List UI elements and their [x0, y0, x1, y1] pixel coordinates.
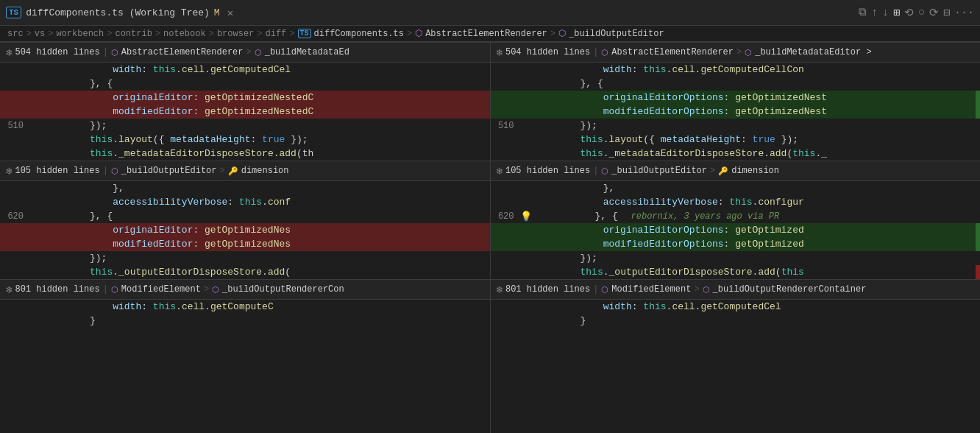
more-icon[interactable]: ···: [954, 7, 974, 19]
down-icon[interactable]: ↓: [882, 7, 889, 19]
left-line-orig-removed-2: originalEditor: getOptimizedNes: [0, 223, 490, 237]
bookmark-icon[interactable]: ⊞: [893, 6, 900, 20]
right-lc-4: modifiedEditorOptions: getOptimizedNest: [520, 106, 981, 117]
file-name: diffComponents.ts (Working Tree): [26, 7, 210, 18]
breadcrumb-notebook[interactable]: notebook: [163, 29, 206, 39]
left-method-icon-2: ⬡: [111, 166, 118, 176]
right-line-620: 620 💡 }, { rebornix, 3 years ago via PR: [491, 209, 981, 223]
left-sep-2: >: [219, 166, 224, 176]
right-line-close3: }: [491, 314, 981, 328]
left-lc-10: modifiedEditor: getOptimizedNes: [29, 239, 486, 250]
right-key-2: dimension: [731, 166, 779, 176]
right-gutter-added-3: [976, 223, 980, 237]
right-hidden-bar-2[interactable]: ❄ 105 hidden lines | ⬡ _buildOutputEdito…: [491, 161, 981, 181]
left-method-icon-3: ⬡: [212, 285, 219, 295]
bulb-icon[interactable]: 💡: [520, 211, 532, 222]
right-pipe-3: |: [593, 284, 598, 295]
left-lc-620: }, {: [29, 211, 490, 222]
left-hidden-count-2: 105 hidden lines: [15, 166, 99, 176]
right-snowflake-1: ❄: [497, 46, 503, 59]
left-line-comma: },: [0, 181, 490, 195]
up-icon[interactable]: ↑: [871, 7, 878, 19]
left-lc-9: originalEditor: getOptimizedNes: [29, 225, 486, 236]
left-line-access: accessibilityVerbose: this.conf: [0, 195, 490, 209]
right-gutter-added-4: [976, 237, 980, 251]
left-hidden-count-3: 801 hidden lines: [15, 284, 99, 295]
right-code-1: width: this.cell.getComputedCellCon }, {…: [491, 63, 981, 161]
circle-icon[interactable]: ○: [918, 7, 925, 19]
sep6: >: [257, 29, 262, 39]
right-lc-11: });: [520, 253, 981, 264]
breadcrumb-diff[interactable]: diff: [266, 29, 287, 39]
right-hidden-count-3: 801 hidden lines: [505, 284, 590, 295]
sep8: >: [407, 29, 412, 39]
breadcrumb-method-icon: ⬡: [558, 28, 566, 39]
left-line-meta: this._metadataEditorDisposeStore.add(th: [0, 147, 490, 161]
left-snowflake-1: ❄: [6, 46, 12, 59]
right-lc-13: width: this.cell.getComputedCel: [520, 301, 981, 312]
sep3: >: [107, 29, 112, 39]
left-code-3: width: this.cell.getComputeC }: [0, 300, 490, 328]
breadcrumb-contrib[interactable]: contrib: [115, 29, 152, 39]
right-hidden-bar-3[interactable]: ❄ 801 hidden lines | ⬡ ModifiedElement >…: [491, 279, 981, 300]
right-method-2: _buildOutputEditor: [611, 166, 707, 176]
right-line-layout: this.layout({ metadataHeight: true });: [491, 133, 981, 147]
left-hidden-bar-2[interactable]: ❄ 105 hidden lines | ⬡ _buildOutputEdito…: [0, 161, 490, 181]
layout-icon[interactable]: ⊟: [943, 6, 950, 20]
left-line-mod-removed: modifiedEditor: getOptimizedNestedC: [0, 105, 490, 119]
breadcrumb-browser[interactable]: browser: [217, 29, 254, 39]
right-line-brace1: }, {: [491, 77, 981, 91]
breadcrumb-workbench[interactable]: workbench: [56, 29, 104, 39]
left-pane: ❄ 504 hidden lines | ⬡ AbstractElementRe…: [0, 42, 490, 433]
title-bar: TS diffComponents.ts (Working Tree) M ✕ …: [0, 0, 980, 26]
breadcrumb-class[interactable]: AbstractElementRenderer: [425, 29, 547, 39]
breadcrumb-src[interactable]: src: [7, 29, 24, 39]
left-line-layout: this.layout({ metadataHeight: true });: [0, 133, 490, 147]
right-lc-1: width: this.cell.getComputedCellCon: [520, 64, 981, 75]
right-hidden-bar-1[interactable]: ❄ 504 hidden lines | ⬡ AbstractElementRe…: [491, 42, 981, 63]
back-icon[interactable]: ⟲: [904, 6, 914, 20]
right-sep-1: >: [736, 47, 742, 57]
left-line-orig-removed: originalEditor: getOptimizedNestedC: [0, 91, 490, 105]
right-line-mod-added-2: modifiedEditorOptions: getOptimized: [491, 237, 981, 251]
sep9: >: [550, 29, 555, 39]
breadcrumb-method[interactable]: _buildOutputEditor: [569, 29, 664, 39]
breadcrumb-vs[interactable]: vs: [35, 29, 45, 39]
close-tab-button[interactable]: ✕: [224, 5, 236, 21]
left-class-1: AbstractElementRenderer: [121, 47, 244, 57]
sep2: >: [48, 29, 53, 39]
sep7: >: [289, 29, 294, 39]
left-snowflake-3: ❄: [6, 284, 12, 296]
left-line-width1: width: this.cell.getComputedCel: [0, 63, 490, 77]
left-hidden-bar-3[interactable]: ❄ 801 hidden lines | ⬡ ModifiedElement >…: [0, 279, 490, 300]
right-snowflake-3: ❄: [497, 284, 503, 296]
breadcrumb-filename[interactable]: diffComponents.ts: [314, 29, 404, 39]
left-sep-1: >: [246, 47, 252, 57]
left-snowflake-2: ❄: [6, 165, 12, 177]
diff-container: ❄ 504 hidden lines | ⬡ AbstractElementRe…: [0, 42, 980, 433]
left-method-1: _buildMetadataEd: [265, 47, 349, 57]
breadcrumb-file-icon: TS: [298, 29, 311, 38]
left-lc-510: });: [29, 120, 490, 131]
right-sep-2: >: [710, 166, 715, 176]
left-pipe-3: |: [103, 284, 108, 295]
right-gutter-added-1: [976, 91, 980, 105]
left-line-close2: });: [0, 251, 490, 265]
copy-icon[interactable]: ⧉: [859, 6, 867, 19]
left-lc-11: });: [29, 253, 490, 264]
left-method-3: _buildOutputRendererCon: [222, 284, 344, 295]
left-lc-7: },: [29, 183, 490, 194]
left-lc-3: originalEditor: getOptimizedNestedC: [29, 92, 486, 103]
right-line-close2: });: [491, 251, 981, 265]
left-hidden-bar-1[interactable]: ❄ 504 hidden lines | ⬡ AbstractElementRe…: [0, 42, 490, 63]
left-code-2: }, accessibilityVerbose: this.conf 620 }…: [0, 181, 490, 279]
right-gutter-removed-end: [976, 265, 980, 279]
right-ln-510: 510: [491, 121, 520, 131]
right-lc-3: originalEditorOptions: getOptimizedNest: [520, 92, 981, 103]
sep4: >: [155, 29, 160, 39]
breadcrumb: src > vs > workbench > contrib > noteboo…: [0, 26, 980, 42]
left-key-2: dimension: [241, 166, 289, 176]
right-gutter-added-2: [976, 105, 980, 119]
forward-icon[interactable]: ⟳: [929, 6, 939, 20]
right-method-icon-3: ⬡: [703, 285, 710, 295]
